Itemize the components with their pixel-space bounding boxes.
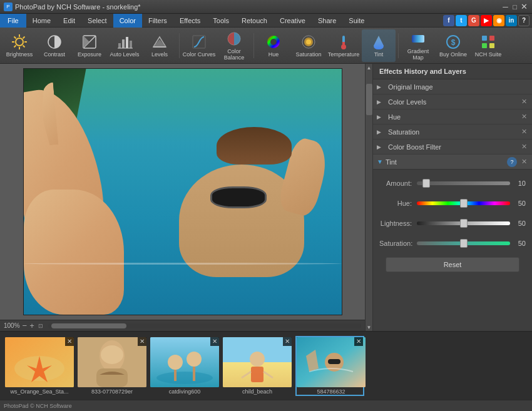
close-button[interactable]: ✕ bbox=[520, 3, 528, 11]
levels-tool[interactable]: Levels bbox=[143, 29, 176, 62]
svg-point-23 bbox=[306, 39, 311, 44]
svg-point-42 bbox=[168, 355, 183, 370]
hue-slider[interactable] bbox=[417, 201, 510, 205]
saturation-tool[interactable]: Saturation bbox=[292, 29, 325, 62]
layer-tint-close[interactable]: ✕ bbox=[519, 158, 528, 166]
brightness-tool[interactable]: Brightness bbox=[3, 29, 36, 62]
filmstrip-thumb-4[interactable] bbox=[223, 337, 292, 387]
photo-canvas[interactable] bbox=[23, 68, 342, 315]
help-icon-toolbar[interactable]: ? bbox=[518, 15, 529, 26]
brightness-label: Brightness bbox=[6, 52, 33, 58]
menu-color[interactable]: Color bbox=[113, 14, 142, 28]
layer-hue-close[interactable]: ✕ bbox=[519, 113, 528, 121]
zoom-in-button[interactable]: + bbox=[29, 322, 34, 330]
layer-colorlevels-close[interactable]: ✕ bbox=[519, 98, 528, 106]
svg-rect-27 bbox=[412, 35, 424, 43]
twitter-icon[interactable]: t bbox=[456, 15, 467, 26]
filmstrip-close-4[interactable]: ✕ bbox=[283, 337, 292, 346]
layer-saturation[interactable]: ▶ Saturation ✕ bbox=[373, 124, 532, 140]
menu-share[interactable]: Share bbox=[312, 14, 342, 28]
rss-icon[interactable]: ◉ bbox=[493, 15, 504, 26]
filmstrip-thumb-1[interactable] bbox=[5, 337, 74, 387]
hscrollbar-track[interactable] bbox=[48, 323, 361, 328]
layer-colorboost-close[interactable]: ✕ bbox=[519, 143, 528, 151]
tint-tool[interactable]: Tint bbox=[362, 29, 396, 62]
google-icon[interactable]: G bbox=[468, 15, 479, 26]
reset-button[interactable]: Reset bbox=[386, 257, 519, 272]
tint-help-icon[interactable]: ? bbox=[507, 157, 517, 167]
svg-rect-26 bbox=[342, 42, 345, 46]
menu-edit[interactable]: Edit bbox=[57, 14, 81, 28]
fit-button[interactable]: ⊡ bbox=[38, 323, 43, 329]
menu-suite[interactable]: Suite bbox=[342, 14, 371, 28]
minimize-button[interactable]: ─ bbox=[501, 3, 509, 11]
filmstrip-label-4: child_beach bbox=[223, 388, 292, 395]
exposure-tool[interactable]: Exposure bbox=[73, 29, 106, 62]
autolevels-icon bbox=[116, 33, 133, 51]
contrast-icon bbox=[46, 33, 63, 51]
saturation-thumb[interactable] bbox=[460, 239, 468, 248]
layer-original[interactable]: ▶ Original Image bbox=[373, 79, 532, 94]
hscrollbar-thumb[interactable] bbox=[51, 323, 126, 328]
titlebar: P PhotoPad by NCH Software - snorkeling*… bbox=[0, 0, 532, 14]
saturation-slider[interactable] bbox=[417, 241, 510, 245]
hue-label: Hue bbox=[269, 52, 279, 58]
saturation-slider-label: Saturation: bbox=[379, 240, 417, 247]
menu-filters[interactable]: Filters bbox=[142, 14, 173, 28]
amount-thumb[interactable] bbox=[422, 179, 430, 188]
nchsuite-tool[interactable]: NCH Suite bbox=[471, 29, 505, 62]
scroll-track[interactable] bbox=[366, 71, 372, 323]
menu-retouch[interactable]: Retouch bbox=[235, 14, 274, 28]
zoom-bar: 100% − + ⊡ bbox=[0, 320, 365, 331]
filmstrip-close-5[interactable]: ✕ bbox=[354, 337, 363, 346]
menu-file[interactable]: File bbox=[0, 14, 26, 28]
menu-effects[interactable]: Effects bbox=[173, 14, 207, 28]
filmstrip-item-5: ✕ 584786632 bbox=[295, 336, 364, 396]
lightness-thumb[interactable] bbox=[460, 219, 468, 228]
filmstrip-close-2[interactable]: ✕ bbox=[138, 337, 146, 346]
svg-point-20 bbox=[270, 39, 277, 45]
chevron-right-icon: ▶ bbox=[377, 84, 386, 90]
colorcurves-tool[interactable]: Color Curves bbox=[182, 29, 216, 62]
hue-thumb[interactable] bbox=[460, 199, 468, 208]
buyonline-tool[interactable]: $ Buy Online bbox=[436, 29, 470, 62]
temperature-tool[interactable]: Temperature bbox=[327, 29, 361, 62]
zoom-out-button[interactable]: − bbox=[23, 322, 28, 330]
facebook-icon[interactable]: f bbox=[443, 15, 454, 26]
layer-saturation-label: Saturation bbox=[386, 128, 519, 136]
layer-hue[interactable]: ▶ Hue ✕ bbox=[373, 109, 532, 124]
filmstrip-close-3[interactable]: ✕ bbox=[210, 337, 219, 346]
filmstrip-thumb-3[interactable] bbox=[150, 337, 219, 387]
layer-tint-header[interactable]: ▼ Tint ? ✕ bbox=[373, 155, 532, 170]
lightness-slider[interactable] bbox=[417, 221, 510, 225]
autolevels-tool[interactable]: Auto Levels bbox=[108, 29, 141, 62]
buyonline-label: Buy Online bbox=[439, 52, 467, 58]
menu-home[interactable]: Home bbox=[26, 14, 57, 28]
zoom-level: 100% bbox=[4, 322, 20, 329]
hue-icon bbox=[265, 33, 282, 51]
menu-select[interactable]: Select bbox=[81, 14, 113, 28]
scroll-thumb[interactable] bbox=[366, 84, 372, 115]
hue-tool[interactable]: Hue bbox=[257, 29, 290, 62]
linkedin-icon[interactable]: in bbox=[506, 15, 517, 26]
menu-creative[interactable]: Creative bbox=[274, 14, 312, 28]
layer-hue-label: Hue bbox=[386, 113, 519, 121]
layer-colorboost[interactable]: ▶ Color Boost Filter ✕ bbox=[373, 140, 532, 155]
contrast-tool[interactable]: Contrast bbox=[38, 29, 71, 62]
filmstrip-thumb-2[interactable] bbox=[78, 337, 146, 387]
amount-slider[interactable] bbox=[417, 181, 510, 185]
filmstrip-close-1[interactable]: ✕ bbox=[65, 337, 74, 346]
layer-original-label: Original Image bbox=[386, 83, 528, 91]
colorbalance-tool[interactable]: Color Balance bbox=[217, 29, 251, 62]
gradientmap-tool[interactable]: Gradient Map bbox=[401, 29, 435, 62]
maximize-button[interactable]: □ bbox=[511, 3, 519, 11]
menu-tools[interactable]: Tools bbox=[207, 14, 235, 28]
lightness-row: Lightness: 50 bbox=[379, 215, 526, 232]
scroll-down-button[interactable]: ▼ bbox=[367, 323, 372, 331]
separator-1 bbox=[179, 33, 180, 58]
layer-saturation-close[interactable]: ✕ bbox=[519, 128, 528, 136]
layer-colorlevels[interactable]: ▶ Color Levels ✕ bbox=[373, 94, 532, 109]
svg-point-43 bbox=[187, 352, 202, 367]
scroll-up-button[interactable]: ▲ bbox=[367, 64, 372, 71]
youtube-icon[interactable]: ▶ bbox=[481, 15, 492, 26]
